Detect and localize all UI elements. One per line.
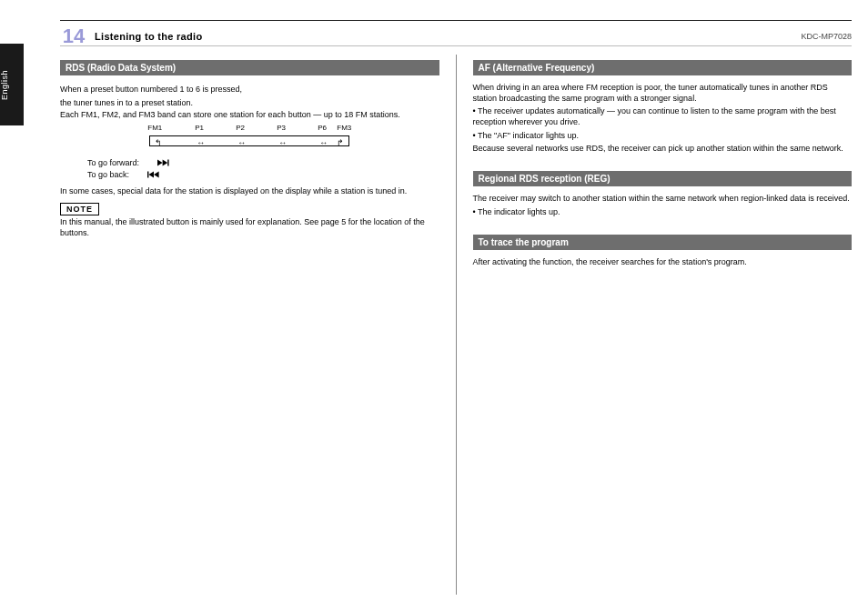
svg-marker-0 [157,160,163,166]
svg-marker-1 [163,160,168,166]
svg-rect-3 [147,172,148,178]
af-body2: Because several networks use RDS, the re… [473,144,853,155]
arrow-bi-icon: ↔ [197,138,205,147]
arrow-left-icon: ↰ [155,138,162,147]
page-header: 14 Listening to the radio KDC-MP7028 [60,20,852,48]
arrow-bi-icon: ↔ [237,138,246,147]
af-bullet1: • The receiver updates automatically — y… [473,106,853,127]
section-reg: Regional RDS reception (REG) [473,171,853,186]
header-title: Listening to the radio [95,31,202,42]
af-body1: When driving in an area where FM recepti… [473,83,853,104]
diagram-left-label: FM1 [147,124,162,132]
arrow-right-icon: ↱ [337,138,344,147]
side-tab-label: English [0,44,9,125]
next-track-icon [157,158,170,167]
svg-rect-2 [167,160,168,166]
right-column: AF (Alternative Frequency) When driving … [473,55,853,595]
preset-note: When a preset button numbered 1 to 6 is … [60,85,242,94]
arrow-bi-icon: ↔ [319,138,328,147]
column-divider [456,55,457,595]
trace-body: After activating the function, the recei… [473,257,853,268]
svg-marker-4 [148,172,154,178]
diagram-p2: P2 [236,124,245,132]
section-trace: To trace the program [473,235,853,250]
note-body: In this manual, the illustrated button i… [60,217,439,238]
diagram-right-label: FM3 [337,124,351,132]
svg-marker-5 [154,172,159,178]
preset-bullet: the tuner tunes in to a preset station. [67,98,439,107]
diagram-p3: P3 [277,124,286,132]
reg-body2: • The indicator lights up. [473,207,853,218]
prev-track-icon [147,170,160,179]
arrow-bi-icon: ↔ [278,138,287,147]
header-unit: KDC-MP7028 [801,32,852,41]
skip-back-label: To go back: [87,170,129,179]
preset-body: Each FM1, FM2, and FM3 band can store on… [60,110,439,121]
diagram-p1: P1 [195,124,204,132]
display-note: In some cases, special data for the stat… [60,186,439,197]
diagram-p6: P6 [318,124,327,132]
skip-forward-label: To go forward: [87,158,139,167]
af-bullet2: • The "AF" indicator lights up. [473,131,853,142]
section-rds: RDS (Radio Data System) [60,60,439,75]
preset-diagram: FM1 P1 P2 P3 P6 FM3 ↰ ↔ ↔ ↔ ↔ ↱ [149,125,349,153]
note-badge: NOTE [60,203,99,215]
side-tab: English [0,44,24,125]
left-column: RDS (Radio Data System) When a preset bu… [60,55,439,595]
reg-body1: The receiver may switch to another stati… [473,194,853,205]
section-af: AF (Alternative Frequency) [473,60,853,75]
header-rule [60,45,852,46]
